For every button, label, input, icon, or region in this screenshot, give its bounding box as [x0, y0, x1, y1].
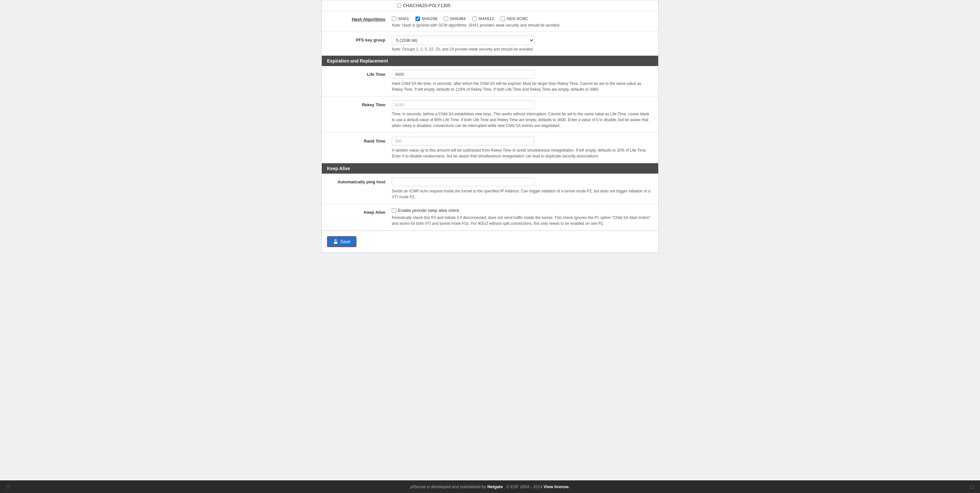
- keep-alive-label: Keep Alive: [327, 208, 392, 215]
- hash-algorithms-content: SHA1 SHA256 SHA384 SHA512: [392, 15, 653, 27]
- footer-license-link[interactable]: View license.: [544, 484, 570, 489]
- hash-sha1-checkbox[interactable]: [392, 16, 396, 21]
- hash-algorithms-note: Note: Hash is ignored with GCM algorithm…: [392, 23, 653, 27]
- rand-time-row: Rand Time A random value up to this amou…: [322, 133, 658, 163]
- keep-alive-section-header: Keep Alive: [322, 163, 658, 174]
- hash-algorithms-row: Hash Algorithms SHA1 SHA256 SHA384: [322, 11, 658, 32]
- hash-sha384-item: SHA384: [444, 16, 465, 21]
- footer-netgate-link[interactable]: Netgate: [487, 484, 503, 489]
- footer-left-icon: □: [6, 484, 10, 490]
- hash-sha512-label: SHA512: [478, 16, 494, 21]
- chacha-label: CHACHA20-POLY1305: [403, 3, 450, 8]
- save-area: 💾 Save: [322, 231, 658, 252]
- pfs-key-group-select[interactable]: 5 (1536 bit) 1 2 14 (2048 bit) 15 (3072 …: [392, 36, 535, 45]
- keep-alive-content: Enable periodic keep alive check Periodi…: [392, 208, 653, 227]
- footer-copyright: . © ESF 2004 - 2024: [504, 484, 544, 489]
- footer-netgate: Netgate: [487, 484, 503, 489]
- rekey-time-content: Time, in seconds, before a Child SA esta…: [392, 100, 653, 128]
- rekey-time-description: Time, in seconds, before a Child SA esta…: [392, 111, 653, 128]
- pfs-key-group-label: PFS key group: [327, 36, 392, 43]
- hash-aes-xcbc-item: AES-XCBC: [500, 16, 528, 21]
- hash-sha1-label: SHA1: [398, 16, 409, 21]
- hash-aes-xcbc-checkbox[interactable]: [500, 16, 505, 21]
- footer: □ pfSense is developed and maintained by…: [0, 480, 980, 493]
- rand-time-description: A random value up to this amount will be…: [392, 147, 653, 159]
- footer-right-icon: □: [970, 484, 974, 490]
- hash-aes-xcbc-label: AES-XCBC: [506, 16, 528, 21]
- life-time-label: Life Time: [327, 70, 392, 77]
- expiration-section-title: Expiration and Replacement: [327, 58, 388, 63]
- keep-alive-checkbox-item: Enable periodic keep alive check: [392, 208, 653, 213]
- hash-sha256-item: SHA256: [415, 16, 437, 21]
- hash-checkbox-group: SHA1 SHA256 SHA384 SHA512: [392, 15, 653, 21]
- pfs-key-group-note: Note: Groups 1, 2, 5, 22, 23, and 24 pro…: [392, 47, 653, 51]
- footer-middle-text: is developed and maintained by: [427, 484, 487, 489]
- hash-sha256-checkbox[interactable]: [415, 16, 420, 21]
- life-time-content: Hard Child SA life time, in seconds, aft…: [392, 70, 653, 92]
- auto-ping-input[interactable]: [392, 178, 535, 186]
- save-button[interactable]: 💾 Save: [327, 236, 356, 247]
- auto-ping-description: Sends an ICMP echo request inside the tu…: [392, 188, 653, 200]
- rekey-time-row: Rekey Time Time, in seconds, before a Ch…: [322, 97, 658, 133]
- rand-time-input[interactable]: [392, 137, 535, 146]
- pfs-key-group-content: 5 (1536 bit) 1 2 14 (2048 bit) 15 (3072 …: [392, 36, 653, 51]
- rekey-time-label: Rekey Time: [327, 100, 392, 107]
- rand-time-label: Rand Time: [327, 137, 392, 144]
- chacha-checkbox[interactable]: [397, 3, 401, 8]
- life-time-input[interactable]: [392, 70, 535, 79]
- expiration-section-header: Expiration and Replacement: [322, 56, 658, 66]
- auto-ping-label: Automatically ping host: [327, 178, 392, 184]
- keep-alive-description: Periodically check this P2 and initiate …: [392, 215, 653, 227]
- save-label: Save: [340, 239, 351, 244]
- hash-sha512-item: SHA512: [472, 16, 494, 21]
- hash-algorithms-label: Hash Algorithms: [327, 15, 392, 22]
- rand-time-content: A random value up to this amount will be…: [392, 137, 653, 159]
- pfs-key-group-row: PFS key group 5 (1536 bit) 1 2 14 (2048 …: [322, 32, 658, 56]
- rekey-time-input[interactable]: [392, 100, 535, 109]
- chacha-row: CHACHA20-POLY1305: [322, 0, 658, 11]
- life-time-description: Hard Child SA life time, in seconds, aft…: [392, 81, 653, 92]
- footer-brand-text: pfSense: [410, 484, 426, 489]
- auto-ping-row: Automatically ping host Sends an ICMP ec…: [322, 174, 658, 204]
- keep-alive-checkbox[interactable]: [392, 208, 396, 213]
- footer-pfsense: pfSense is developed and maintained by N…: [410, 484, 570, 489]
- save-icon: 💾: [333, 239, 338, 244]
- hash-sha384-label: SHA384: [450, 16, 465, 21]
- hash-sha256-label: SHA256: [422, 16, 437, 21]
- keep-alive-section-title: Keep Alive: [327, 166, 350, 171]
- auto-ping-content: Sends an ICMP echo request inside the tu…: [392, 178, 653, 200]
- hash-sha512-checkbox[interactable]: [472, 16, 477, 21]
- keep-alive-checkbox-label: Enable periodic keep alive check: [398, 208, 459, 213]
- hash-sha384-checkbox[interactable]: [444, 16, 448, 21]
- life-time-row: Life Time Hard Child SA life time, in se…: [322, 66, 658, 97]
- keep-alive-row: Keep Alive Enable periodic keep alive ch…: [322, 204, 658, 231]
- hash-sha1-item: SHA1: [392, 16, 409, 21]
